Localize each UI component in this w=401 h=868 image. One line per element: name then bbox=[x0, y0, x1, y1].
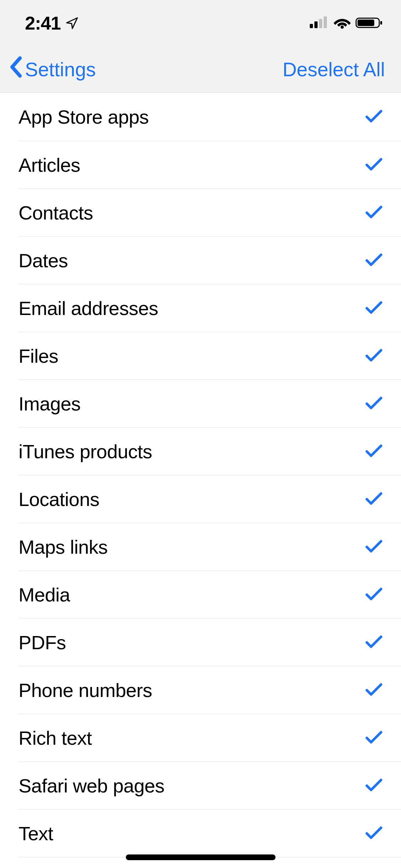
status-left: 2:41 bbox=[25, 12, 78, 34]
list-item[interactable]: Email addresses bbox=[0, 284, 401, 332]
list-item[interactable]: Phone numbers bbox=[0, 666, 401, 714]
cellular-icon bbox=[310, 16, 329, 30]
list-item[interactable]: Rich text bbox=[0, 714, 401, 762]
nav-action-label: Deselect All bbox=[283, 58, 385, 81]
chevron-left-icon bbox=[9, 56, 23, 83]
list-item-label: Files bbox=[0, 345, 58, 367]
svg-rect-2 bbox=[319, 19, 322, 28]
list-item-label: Articles bbox=[0, 154, 80, 176]
checkmark-icon bbox=[365, 205, 382, 221]
list-item-label: Media bbox=[0, 584, 70, 606]
checkmark-icon bbox=[365, 635, 382, 650]
list-item[interactable]: Contacts bbox=[0, 189, 401, 237]
list-item-label: PDFs bbox=[0, 631, 66, 653]
svg-rect-7 bbox=[380, 21, 382, 25]
list-item[interactable]: PDFs bbox=[0, 619, 401, 666]
checkmark-icon bbox=[365, 730, 382, 746]
list-item-label: Dates bbox=[0, 249, 68, 272]
checkmark-icon bbox=[365, 253, 382, 268]
list-item-label: Images bbox=[0, 393, 81, 415]
list-item-label: Locations bbox=[0, 488, 99, 510]
list-item-label: Email addresses bbox=[0, 297, 158, 319]
checkmark-icon bbox=[365, 778, 382, 794]
checkmark-icon bbox=[365, 682, 382, 698]
deselect-all-button[interactable]: Deselect All bbox=[283, 58, 385, 81]
svg-rect-6 bbox=[358, 20, 374, 26]
svg-rect-3 bbox=[324, 16, 327, 28]
list-item[interactable]: Articles bbox=[0, 141, 401, 189]
list-item[interactable]: Maps links bbox=[0, 523, 401, 571]
list-item-label: App Store apps bbox=[0, 106, 149, 128]
status-time: 2:41 bbox=[25, 12, 61, 34]
list-item-label: Text bbox=[0, 822, 53, 844]
list-item[interactable]: Images bbox=[0, 380, 401, 428]
list-item-label: Rich text bbox=[0, 727, 92, 749]
back-label: Settings bbox=[25, 58, 96, 81]
checkmark-icon bbox=[365, 157, 382, 173]
checkmark-icon bbox=[365, 396, 382, 412]
list-item[interactable]: iTunes products bbox=[0, 428, 401, 475]
back-button[interactable]: Settings bbox=[9, 56, 96, 83]
list-item[interactable]: Dates bbox=[0, 237, 401, 284]
svg-rect-1 bbox=[314, 21, 318, 28]
nav-bar: Settings Deselect All bbox=[0, 46, 401, 93]
checkmark-icon bbox=[365, 491, 382, 507]
home-indicator bbox=[126, 854, 276, 860]
list-item[interactable]: App Store apps bbox=[0, 93, 401, 141]
checkmark-icon bbox=[365, 348, 382, 364]
type-list: App Store appsArticlesContactsDatesEmail… bbox=[0, 93, 401, 868]
checkmark-icon bbox=[365, 300, 382, 316]
svg-rect-0 bbox=[310, 24, 313, 28]
wifi-icon bbox=[333, 16, 351, 30]
list-item[interactable]: Media bbox=[0, 571, 401, 619]
list-item-label: iTunes products bbox=[0, 440, 152, 463]
checkmark-icon bbox=[365, 444, 382, 459]
status-bar: 2:41 bbox=[0, 0, 401, 46]
list-item[interactable]: Files bbox=[0, 332, 401, 380]
list-item[interactable]: Text bbox=[0, 810, 401, 857]
checkmark-icon bbox=[365, 539, 382, 555]
battery-icon bbox=[355, 16, 383, 30]
location-icon bbox=[66, 12, 78, 34]
list-item-label: Maps links bbox=[0, 536, 108, 558]
list-item-label: Contacts bbox=[0, 202, 93, 224]
svg-point-4 bbox=[341, 26, 344, 29]
checkmark-icon bbox=[365, 109, 382, 125]
list-item[interactable]: Safari web pages bbox=[0, 762, 401, 810]
status-right bbox=[310, 16, 383, 30]
screen: 2:41 bbox=[0, 0, 401, 868]
list-item-label: Phone numbers bbox=[0, 679, 152, 701]
checkmark-icon bbox=[365, 587, 382, 603]
list-item-label: Safari web pages bbox=[0, 775, 164, 797]
list-item[interactable]: Locations bbox=[0, 475, 401, 523]
checkmark-icon bbox=[365, 826, 382, 841]
